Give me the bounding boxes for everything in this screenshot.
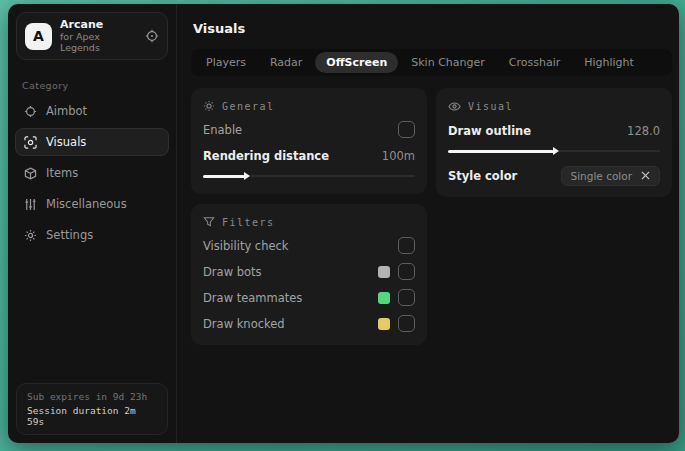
visual-panel: Visual Draw outline 128.0 Style col <box>436 88 672 197</box>
rendering-distance-value: 100m <box>382 149 415 163</box>
session-card: Sub expires in 9d 23h Session duration 2… <box>16 383 168 435</box>
tab-highlight[interactable]: Highlight <box>573 52 645 73</box>
style-color-select[interactable]: Single color <box>561 166 660 186</box>
style-color-selected-value: Single color <box>571 170 632 182</box>
sidebar-item-label: Miscellaneous <box>46 197 127 211</box>
sidebar-item-label: Aimbot <box>46 104 87 118</box>
sidebar-item-label: Visuals <box>46 135 86 149</box>
draw-knocked-checkbox[interactable] <box>398 315 415 332</box>
rendering-distance-slider[interactable] <box>203 171 415 181</box>
target-icon[interactable] <box>145 29 159 43</box>
tab-radar[interactable]: Radar <box>259 52 313 73</box>
sidebar-item-items[interactable]: Items <box>15 159 169 187</box>
page-title: Visuals <box>193 21 672 36</box>
tab-players[interactable]: Players <box>195 52 257 73</box>
box-icon <box>24 167 37 180</box>
crosshair-icon <box>24 105 37 118</box>
enable-row: Enable <box>203 119 415 140</box>
draw-knocked-row: Draw knocked <box>203 313 415 334</box>
sidebar-item-label: Items <box>46 166 78 180</box>
enable-label: Enable <box>203 123 242 137</box>
rendering-distance-row: Rendering distance 100m <box>203 145 415 166</box>
app-window: A Arcane for Apex Legends Category <box>8 4 679 443</box>
sidebar-item-aimbot[interactable]: Aimbot <box>15 97 169 125</box>
sidebar: A Arcane for Apex Legends Category <box>8 4 177 443</box>
tab-bar: Players Radar OffScreen Skin Changer Cro… <box>191 49 672 76</box>
tab-skin-changer[interactable]: Skin Changer <box>400 52 496 73</box>
style-color-label: Style color <box>448 169 517 183</box>
close-icon[interactable] <box>641 171 650 180</box>
eye-icon <box>448 100 461 113</box>
draw-teammates-row: Draw teammates <box>203 287 415 308</box>
brand-name: Arcane <box>60 19 137 32</box>
draw-outline-value: 128.0 <box>627 124 660 138</box>
style-color-row: Style color Single color <box>448 165 660 186</box>
tab-crosshair[interactable]: Crosshair <box>498 52 571 73</box>
draw-teammates-color-swatch[interactable] <box>378 292 390 304</box>
draw-knocked-color-swatch[interactable] <box>378 318 390 330</box>
panel-title: Filters <box>222 217 275 228</box>
main-area: Visuals Players Radar OffScreen Skin Cha… <box>177 4 679 443</box>
filters-panel: Filters Visibility check Draw bots <box>191 204 427 345</box>
draw-outline-label: Draw outline <box>448 124 531 138</box>
panel-title: Visual <box>468 101 513 112</box>
sidebar-item-label: Settings <box>46 228 93 242</box>
sliders-icon <box>24 198 37 211</box>
funnel-icon <box>203 216 215 228</box>
draw-bots-color-swatch[interactable] <box>378 266 390 278</box>
sidebar-item-settings[interactable]: Settings <box>15 221 169 249</box>
sidebar-nav: Aimbot Visuals <box>15 97 169 249</box>
draw-bots-checkbox[interactable] <box>398 263 415 280</box>
session-duration-text: Session duration 2m 59s <box>27 405 157 427</box>
panel-title: General <box>222 101 275 112</box>
draw-outline-slider[interactable] <box>448 146 660 156</box>
visibility-check-row: Visibility check <box>203 235 415 256</box>
draw-teammates-checkbox[interactable] <box>398 289 415 306</box>
brand-logo: A <box>25 23 52 50</box>
category-label: Category <box>22 80 162 91</box>
rendering-distance-label: Rendering distance <box>203 149 329 163</box>
sun-icon <box>203 100 215 112</box>
tab-offscreen[interactable]: OffScreen <box>315 52 398 73</box>
gear-icon <box>24 229 37 242</box>
enable-checkbox[interactable] <box>398 121 415 138</box>
draw-bots-row: Draw bots <box>203 261 415 282</box>
draw-outline-row: Draw outline 128.0 <box>448 120 660 141</box>
desktop-background: A Arcane for Apex Legends Category <box>0 0 685 451</box>
sub-expires-text: Sub expires in 9d 23h <box>27 391 157 402</box>
brand-subtitle: for Apex Legends <box>60 32 137 54</box>
scan-icon <box>24 136 37 149</box>
brand-card: A Arcane for Apex Legends <box>16 12 168 60</box>
general-panel: General Enable Rendering distance 100m <box>191 88 427 194</box>
sidebar-item-visuals[interactable]: Visuals <box>15 128 169 156</box>
sidebar-item-miscellaneous[interactable]: Miscellaneous <box>15 190 169 218</box>
visibility-check-checkbox[interactable] <box>398 237 415 254</box>
